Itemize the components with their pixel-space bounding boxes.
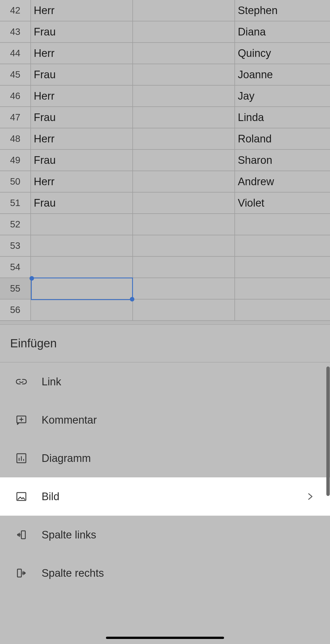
cell[interactable] [31, 214, 133, 235]
row-header[interactable]: 49 [0, 150, 31, 171]
link-icon [15, 375, 28, 388]
row-header[interactable]: 53 [0, 235, 31, 256]
cell[interactable]: Herr [31, 0, 133, 21]
table-row[interactable]: 43FrauDiana [0, 21, 330, 43]
cell[interactable] [133, 107, 235, 128]
comment-icon [15, 414, 28, 426]
insert-bottom-sheet: Einfügen LinkKommentarDiagrammBildSpalte… [0, 324, 330, 644]
cell[interactable] [31, 235, 133, 256]
cell[interactable] [133, 235, 235, 256]
cell[interactable]: Frau [31, 21, 133, 42]
cell[interactable] [133, 193, 235, 213]
cell[interactable] [235, 299, 330, 320]
home-indicator[interactable] [106, 637, 224, 639]
menu-item-diagramm[interactable]: Diagramm [0, 439, 330, 477]
row-header[interactable]: 55 [0, 278, 31, 299]
cell[interactable]: Frau [31, 193, 133, 213]
column-right-icon [15, 567, 28, 579]
cell[interactable]: Frau [31, 150, 133, 171]
cell[interactable]: Frau [31, 107, 133, 128]
cell[interactable] [133, 171, 235, 192]
cell[interactable] [133, 128, 235, 149]
cell[interactable] [31, 299, 133, 320]
menu-item-spalte-links[interactable]: Spalte links [0, 516, 330, 554]
menu-label: Spalte rechts [42, 567, 315, 579]
menu-item-link[interactable]: Link [0, 363, 330, 401]
cell[interactable]: Herr [31, 171, 133, 192]
row-header[interactable]: 54 [0, 257, 31, 278]
chart-icon [15, 452, 28, 464]
menu-label: Diagramm [42, 452, 315, 464]
table-row[interactable]: 45FrauJoanne [0, 64, 330, 86]
cell[interactable]: Andrew [235, 171, 330, 192]
cell[interactable] [31, 278, 133, 299]
row-header[interactable]: 44 [0, 43, 31, 64]
menu-label: Spalte links [42, 529, 315, 541]
cell[interactable] [235, 214, 330, 235]
table-row[interactable]: 54 [0, 257, 330, 278]
table-row[interactable]: 53 [0, 235, 330, 257]
cell[interactable]: Quincy [235, 43, 330, 64]
table-row[interactable]: 46HerrJay [0, 86, 330, 107]
table-row[interactable]: 50HerrAndrew [0, 171, 330, 193]
menu-label: Bild [42, 491, 306, 503]
cell[interactable]: Joanne [235, 64, 330, 85]
cell[interactable]: Diana [235, 21, 330, 42]
svg-rect-9 [17, 569, 21, 577]
row-header[interactable]: 51 [0, 193, 31, 213]
row-header[interactable]: 45 [0, 64, 31, 85]
cell[interactable] [31, 257, 133, 278]
row-header[interactable]: 48 [0, 128, 31, 149]
cell[interactable]: Sharon [235, 150, 330, 171]
cell[interactable] [133, 43, 235, 64]
row-header[interactable]: 50 [0, 171, 31, 192]
image-icon [15, 490, 28, 503]
table-row[interactable]: 47FrauLinda [0, 107, 330, 128]
menu-item-spalte-rechts[interactable]: Spalte rechts [0, 554, 330, 592]
table-row[interactable]: 48HerrRoland [0, 128, 330, 150]
table-row[interactable]: 51FrauViolet [0, 193, 330, 214]
cell[interactable] [133, 299, 235, 320]
panel-title: Einfügen [0, 325, 330, 362]
cell[interactable]: Linda [235, 107, 330, 128]
row-header[interactable]: 47 [0, 107, 31, 128]
row-header[interactable]: 46 [0, 86, 31, 106]
menu-item-kommentar[interactable]: Kommentar [0, 401, 330, 439]
menu-item-bild[interactable]: Bild [0, 477, 330, 516]
cell[interactable] [133, 214, 235, 235]
cell[interactable] [133, 0, 235, 21]
cell[interactable]: Jay [235, 86, 330, 106]
scrollbar-thumb[interactable] [326, 366, 330, 496]
cell[interactable]: Roland [235, 128, 330, 149]
cell[interactable]: Violet [235, 193, 330, 213]
cell[interactable] [133, 86, 235, 106]
cell[interactable] [133, 150, 235, 171]
scrollbar-track[interactable] [326, 364, 330, 644]
cell[interactable] [235, 235, 330, 256]
menu-label: Kommentar [42, 414, 315, 426]
table-row[interactable]: 56 [0, 299, 330, 321]
cell[interactable]: Herr [31, 43, 133, 64]
cell[interactable] [235, 257, 330, 278]
cell[interactable] [235, 278, 330, 299]
cell[interactable]: Stephen [235, 0, 330, 21]
cell[interactable] [133, 21, 235, 42]
table-row[interactable]: 52 [0, 214, 330, 235]
cell[interactable] [133, 278, 235, 299]
table-row[interactable]: 55 [0, 278, 330, 299]
cell[interactable] [133, 64, 235, 85]
row-header[interactable]: 43 [0, 21, 31, 42]
table-row[interactable]: 42HerrStephen [0, 0, 330, 21]
svg-rect-8 [21, 531, 25, 539]
cell[interactable]: Herr [31, 86, 133, 106]
table-row[interactable]: 44HerrQuincy [0, 43, 330, 64]
cell[interactable]: Herr [31, 128, 133, 149]
row-header[interactable]: 52 [0, 214, 31, 235]
row-header[interactable]: 56 [0, 299, 31, 320]
chevron-right-icon [306, 492, 315, 501]
cell[interactable] [133, 257, 235, 278]
table-row[interactable]: 49FrauSharon [0, 150, 330, 171]
spreadsheet-grid[interactable]: 42HerrStephen43FrauDiana44HerrQuincy45Fr… [0, 0, 330, 321]
cell[interactable]: Frau [31, 64, 133, 85]
row-header[interactable]: 42 [0, 0, 31, 21]
